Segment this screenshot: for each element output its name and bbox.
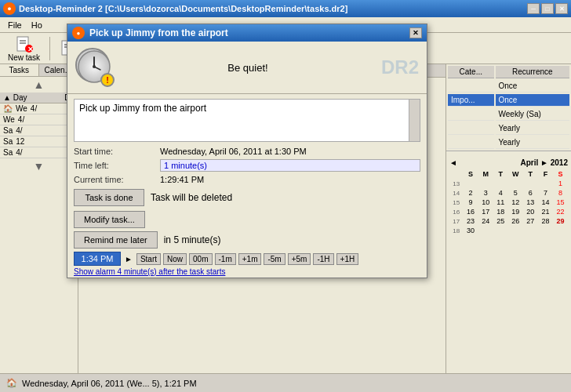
app-window: ● Desktop-Reminder 2 [C:\Users\dozorca\D… (0, 0, 571, 392)
minus-00m-button[interactable]: 00m (189, 253, 212, 265)
plus-5m-button[interactable]: +5m (288, 253, 311, 265)
start-time-value: Wednesday, April 06, 2011 at 1:30 PM (160, 147, 420, 156)
start-time-label: Start time: (74, 147, 160, 156)
current-time-label: Current time: (74, 175, 160, 184)
logo-watermark: DR2 (381, 56, 419, 78)
plus-1h-button[interactable]: +1H (336, 253, 359, 265)
show-alarm-link[interactable]: Show alarm 4 minute(s) after the task st… (74, 267, 420, 276)
current-time-row: Current time: 1:29:41 PM (74, 175, 420, 184)
dialog-title: Pick up Jimmy from the airport (89, 27, 409, 38)
dialog-app-icon: ● (72, 27, 85, 39)
dialog-close-button[interactable]: ✕ (409, 27, 422, 38)
desc-scrollbar[interactable] (409, 100, 420, 141)
clock-icon: ! (75, 48, 115, 87)
time-left-row: Time left: 1 minute(s) (74, 159, 420, 172)
alert-row: ! Be quiet! DR2 (67, 42, 427, 94)
info-table: Start time: Wednesday, April 06, 2011 at… (74, 147, 420, 184)
remind-in-text: in 5 minute(s) (164, 234, 221, 245)
modify-task-button[interactable]: Modify task... (74, 211, 145, 228)
remind-later-button[interactable]: Remind me later (74, 231, 158, 249)
time-left-label: Time left: (74, 161, 160, 170)
minus-5m-button[interactable]: -5m (264, 253, 285, 265)
time-controls-row: 1:34 PM ► Start Now 00m -1m +1m -5m +5m … (74, 252, 420, 266)
remind-area: Remind me later in 5 minute(s) (74, 231, 420, 249)
task-done-area: Task is done Task will be deleted (74, 189, 420, 206)
plus-1m-button[interactable]: +1m (238, 253, 262, 265)
alert-badge: ! (100, 73, 115, 87)
task-desc-text: Pick up Jimmy from the airport (79, 103, 206, 114)
arrow-icon: ► (123, 255, 134, 263)
dialog-overlay: ● Pick up Jimmy from the airport ✕ (0, 0, 571, 392)
time-left-value: 1 minute(s) (160, 159, 420, 172)
start-time-row: Start time: Wednesday, April 06, 2011 at… (74, 147, 420, 156)
task-deleted-message: Task will be deleted (151, 192, 232, 203)
current-time-value: 1:29:41 PM (160, 175, 420, 184)
time-input[interactable]: 1:34 PM (74, 252, 121, 266)
alert-message: Be quiet! (122, 62, 373, 74)
now-button[interactable]: Now (163, 253, 187, 265)
task-description: Pick up Jimmy from the airport (74, 99, 420, 142)
reminder-dialog: ● Pick up Jimmy from the airport ✕ (67, 24, 427, 278)
dialog-titlebar: ● Pick up Jimmy from the airport ✕ (67, 24, 427, 42)
minus-1h-button[interactable]: -1H (313, 253, 333, 265)
svg-point-11 (93, 65, 96, 68)
minus-1m-button[interactable]: -1m (215, 253, 236, 265)
task-done-button[interactable]: Task is done (74, 189, 144, 206)
modify-area: Modify task... (74, 211, 420, 228)
start-button[interactable]: Start (136, 253, 161, 265)
